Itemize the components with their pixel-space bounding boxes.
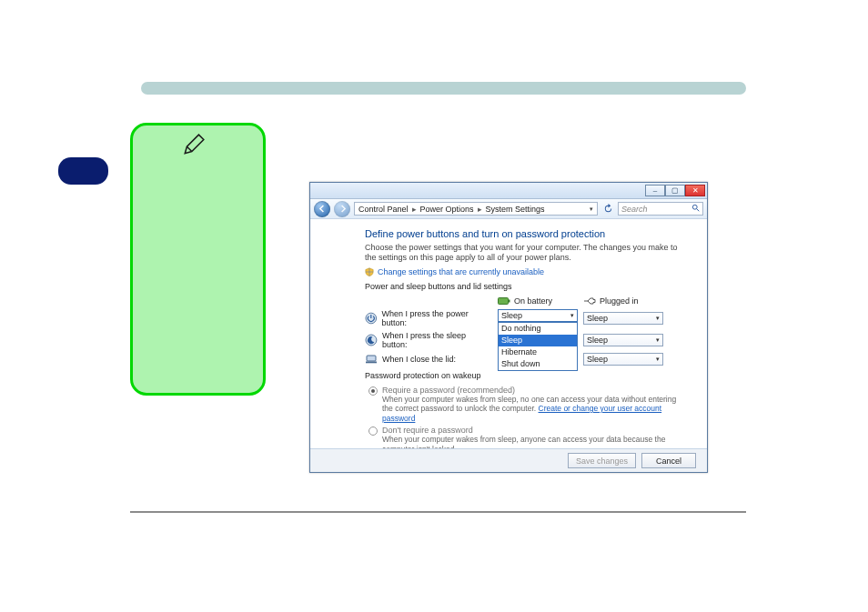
- power-plugged-select[interactable]: Sleep ▾: [583, 312, 663, 325]
- svg-point-0: [692, 205, 697, 209]
- chevron-down-icon: ▾: [656, 356, 660, 363]
- option-shut-down[interactable]: Shut down: [499, 358, 577, 370]
- column-plugged: Plugged in: [583, 296, 663, 306]
- lid-plugged-select[interactable]: Sleep ▾: [583, 353, 663, 366]
- uac-shield-icon: [365, 267, 374, 276]
- laptop-icon: [365, 353, 378, 366]
- row-power-button: When I press the power button:: [365, 309, 492, 327]
- power-options-dialog: – ▢ ✕ Control Panel▸ Power Options▸ Syst…: [309, 182, 708, 473]
- radio-input: [368, 426, 378, 436]
- note-callout-box: [130, 123, 266, 396]
- pen-icon: [182, 133, 206, 156]
- battery-icon: [498, 296, 510, 306]
- radio-no-password: Don't require a password When your compu…: [368, 426, 680, 448]
- back-button[interactable]: [314, 201, 330, 217]
- breadcrumb-item[interactable]: System Settings: [486, 205, 545, 214]
- close-button[interactable]: ✕: [685, 185, 705, 196]
- power-icon: [365, 312, 378, 325]
- plug-icon: [583, 296, 596, 306]
- maximize-button[interactable]: ▢: [665, 185, 685, 196]
- search-placeholder: Search: [621, 205, 648, 214]
- svg-rect-7: [366, 361, 377, 363]
- moon-icon: [365, 334, 378, 346]
- option-hibernate[interactable]: Hibernate: [499, 346, 577, 358]
- row-close-lid: When I close the lid:: [365, 353, 492, 366]
- search-input[interactable]: Search: [618, 202, 703, 216]
- settings-grid: On battery Plugged in When I press the p…: [365, 296, 680, 366]
- search-icon: [691, 204, 700, 214]
- power-battery-select[interactable]: Sleep ▾ Do nothing Sleep Hibernate Shut …: [498, 309, 578, 322]
- dialog-footer: Save changes Cancel: [310, 448, 707, 472]
- option-do-nothing[interactable]: Do nothing: [499, 323, 577, 335]
- save-button[interactable]: Save changes: [568, 453, 636, 468]
- breadcrumb[interactable]: Control Panel▸ Power Options▸ System Set…: [354, 202, 598, 216]
- cancel-button[interactable]: Cancel: [641, 453, 696, 468]
- minimize-button[interactable]: –: [645, 185, 665, 196]
- chevron-down-icon[interactable]: ▾: [590, 206, 593, 213]
- chevron-down-icon: ▾: [570, 312, 574, 319]
- window-titlebar: – ▢ ✕: [310, 183, 707, 199]
- option-sleep[interactable]: Sleep: [499, 335, 577, 346]
- dropdown-list[interactable]: Do nothing Sleep Hibernate Shut down: [498, 322, 578, 371]
- forward-button[interactable]: [334, 201, 350, 217]
- radio-input: [368, 386, 378, 396]
- breadcrumb-item[interactable]: Power Options: [420, 205, 474, 214]
- refresh-button[interactable]: [601, 203, 614, 216]
- sidebar-marker: [58, 157, 108, 185]
- svg-rect-2: [499, 297, 509, 304]
- page-footer-rule: [130, 511, 746, 513]
- chevron-down-icon: ▾: [656, 315, 660, 322]
- breadcrumb-item[interactable]: Control Panel: [358, 205, 409, 214]
- column-battery: On battery: [498, 296, 578, 306]
- page-title: Define power buttons and turn on passwor…: [365, 228, 680, 239]
- svg-rect-6: [367, 356, 376, 361]
- page-subtitle: Choose the power settings that you want …: [365, 243, 680, 264]
- row-sleep-button: When I press the sleep button:: [365, 331, 492, 349]
- section-heading: Password protection on wakeup: [365, 371, 680, 380]
- change-settings-link[interactable]: Change settings that are currently unava…: [365, 267, 680, 276]
- svg-line-1: [697, 209, 700, 212]
- section-heading: Power and sleep buttons and lid settings: [365, 282, 680, 291]
- explorer-navbar: Control Panel▸ Power Options▸ System Set…: [310, 199, 707, 219]
- sleep-plugged-select[interactable]: Sleep ▾: [583, 334, 663, 346]
- page-header-bar: [141, 82, 746, 95]
- dialog-body: Define power buttons and turn on passwor…: [310, 219, 707, 448]
- radio-require-password: Require a password (recommended) When yo…: [368, 386, 680, 424]
- chevron-down-icon: ▾: [656, 336, 660, 344]
- svg-rect-3: [509, 299, 510, 302]
